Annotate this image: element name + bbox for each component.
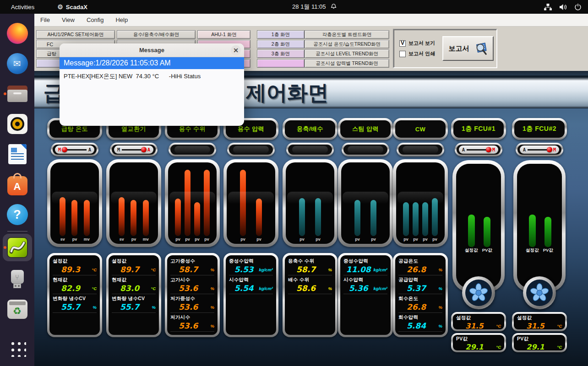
trash-icon: ♻ [7,300,27,319]
report-print-option[interactable]: 보고서 인쇄 [399,50,435,57]
dialog-selected-line[interactable]: Message:1/28/2026 11:05:03 AM [60,57,244,69]
banner-text-right: 제어화면 [246,79,328,107]
dock-item-thunderbird[interactable]: ✉ [3,48,32,79]
fcu-bar-tube: 설정값PV값 [513,160,566,292]
tab-button[interactable] [257,59,305,68]
menu-file[interactable]: File [34,15,56,25]
dock-item-files[interactable] [3,79,32,109]
value-row: 회수압력5.84% [398,313,442,332]
value-number: 55.7 [53,302,88,312]
network-icon [544,4,552,11]
report-view-checkbox[interactable]: V [399,40,406,47]
files-icon [7,86,27,102]
gauge-bar [204,170,210,236]
bar-label: pv [432,237,437,242]
gauge-bar [175,199,181,236]
menu-config[interactable]: Config [81,15,110,25]
value-unit: °C [554,344,562,350]
value-label: 공급온도 [398,258,442,264]
dock-item-help[interactable]: ? [3,199,32,230]
auto-manual-switch[interactable]: MA [51,143,98,156]
focused-app-name: ScadaX [66,4,87,11]
report-view-option[interactable]: V 보고서 보기 [399,40,435,47]
dock-item-scadax-active[interactable] [3,234,32,261]
dock-item-trash[interactable]: ♻ [3,294,32,324]
value-number: 89.3 [53,265,88,274]
auto-manual-switch[interactable]: AM [516,143,563,156]
tab-button[interactable]: 3층 화면 [257,49,305,58]
dialog-message-line: PTE-HEX[HEX온도] NEW 74.30 °C -HiHi Status [60,69,244,84]
value-label: 시수압력 [343,277,387,283]
menu-view[interactable]: View [56,15,81,25]
menu-help[interactable]: Help [109,15,134,25]
dock-item-rhythmbox[interactable] [3,109,32,139]
report-print-label: 보고서 인쇄 [408,50,435,57]
switch-knob-icon [547,147,552,152]
value-unit: °C [554,323,562,328]
tab-button[interactable]: 2층 화면 [257,40,305,48]
value-row: 고가중성수58.7% [170,257,214,275]
power-icon [574,3,582,11]
auto-manual-switch[interactable]: MA [110,143,158,156]
value-label: PV값 [517,336,562,342]
dock-item-ubuntu-software[interactable]: A [3,169,32,199]
value-label: 변화량 냉수CV [53,296,97,302]
report-button[interactable]: 보고서 [442,36,494,61]
dock-item-show-applications[interactable] [3,333,32,363]
value-row: 설정값89.3°C [53,257,97,275]
close-icon[interactable]: ✕ [231,45,241,55]
gauge-bar [370,200,376,236]
gauge-bar [413,202,419,237]
value-unit: kg/cm² [259,286,273,291]
value-number: 5.37 [398,284,434,293]
dock-item-usb-drive[interactable]: ⑂ [3,264,32,294]
value-label: 응축수 수위 [288,258,332,264]
switch-slot [169,143,216,156]
gauge-bar [468,215,475,247]
gauge-bar [354,200,360,236]
value-number: 53.6 [170,302,206,312]
dock-item-firefox[interactable] [3,18,32,48]
tab-button[interactable]: AHU1/2PAC SET제어화면 [36,30,115,39]
tab-button[interactable]: 공조시설 온도/습도TREND화면 [305,40,389,48]
value-number: 5.53 [229,265,259,274]
value-unit: % [206,286,214,291]
fan-icon [523,276,556,309]
value-row: 저가시수53.6% [170,313,214,332]
activities-button[interactable]: Activities [7,2,38,12]
bar-label: pv [423,237,428,242]
gauge-bar [119,197,125,236]
system-tray[interactable] [544,3,582,11]
tab-button[interactable]: 1층 화면 [257,30,305,39]
value-unit: % [434,286,442,291]
report-print-checkbox[interactable] [399,51,406,57]
gauge-panel: 용수 압력pvpv중성수압력5.53kg/cm²시수압력5.54kg/cm² [223,118,278,337]
gauge-bar [403,202,409,237]
value-list: 중성수압력11.08kg/cm²시수압력5.36kg/cm² [340,255,391,335]
focused-app-indicator[interactable]: ⚙ ScadaX [57,3,87,11]
value-list: 고가중성수58.7%고가시수53.6%저가중성수53.6%저가시수53.6% [167,255,218,335]
tab-button[interactable]: 공조시설 LEVEL TREND화면 [305,49,389,58]
tab-button[interactable]: AHU-1 화면 [197,30,250,39]
switch-right-label: A [88,147,91,152]
tab-button[interactable]: 공조시설 압력별 TREND화면 [305,59,389,68]
tab-button[interactable]: 용수/응축수/배수화면 [117,30,196,39]
value-label: 회수압력 [398,314,442,321]
tab-button[interactable]: 각층온도별 트랜드화면 [305,30,389,39]
panel-title: 용수 수위 [179,125,206,133]
bar-label: pv [72,237,77,242]
value-row: 공급온도26.8% [398,257,442,275]
auto-manual-switch[interactable]: AM [455,143,502,156]
app-menubar: File View Config Help [34,14,588,27]
dock-item-libreoffice-writer[interactable] [3,139,32,169]
value-list: 응축수 수위58.7%배수 수위58.6% [285,255,335,335]
value-label: 저가중성수 [170,296,214,302]
value-label: 고가중성수 [170,258,214,264]
dialog-titlebar[interactable]: Message ✕ [60,43,244,57]
panel-title: 1층 FCU#1 [462,125,495,133]
fcu-panel: 1층 FCU#2AM설정값PV값설정값31.5°CPV값29.1°C [512,118,567,352]
value-unit: % [324,286,332,291]
clock-text: 28 1월 11:05 [292,3,326,11]
clock-area[interactable]: 28 1월 11:05 [292,3,337,11]
dock: ✉ A ? ⑂ ♻ [0,14,34,366]
